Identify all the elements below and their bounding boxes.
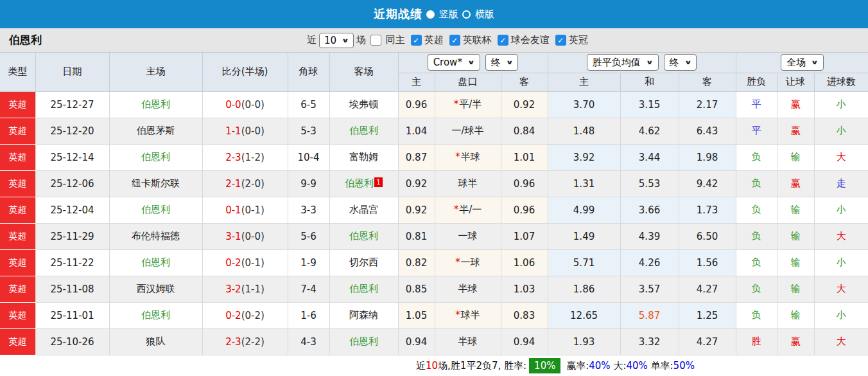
handicap-name: 半球 <box>458 283 478 294</box>
handicap-name: 平/半 <box>459 98 482 110</box>
avg-odds-select[interactable]: 胜平负均值 ∨ <box>587 54 659 71</box>
away-team-cell: 切尔西 <box>329 249 398 276</box>
scope-select[interactable]: 全场 ∨ <box>781 54 824 71</box>
layout-option-horizontal[interactable]: 横版 <box>462 8 494 21</box>
team-name: 伯恩利 <box>9 33 42 48</box>
league-checkbox-efl-cup[interactable]: ✓ <box>449 35 460 46</box>
avg-dropdown-cell: 胜平负均值 ∨ 终 ∨ <box>548 53 736 73</box>
home-team-cell: 狼队 <box>109 328 202 355</box>
col-header-home: 主场 <box>109 53 202 91</box>
league-type-cell: 英超 <box>0 170 35 197</box>
goals-result-cell: 小 <box>814 302 868 328</box>
handicap-name: 一球 <box>458 230 478 242</box>
home-team-cell: 伯恩茅斯 <box>109 118 202 144</box>
away-team-name: 水晶宫 <box>349 204 378 215</box>
fulltime-score: 3-1 <box>225 231 241 242</box>
league-type-cell: 英超 <box>0 118 35 144</box>
result-cell: 负 <box>736 197 777 223</box>
goals-result-cell: 大 <box>814 328 868 355</box>
goals-result-cell: 小 <box>814 118 868 144</box>
score-cell: 2-3(1-2) <box>202 144 288 170</box>
avg-time-select-value: 终 <box>670 57 679 69</box>
subcol-avg-home: 主 <box>548 73 620 91</box>
layout-option-vertical[interactable]: 竖版 <box>426 8 458 21</box>
away-odds-cell: 0.94 <box>501 328 548 355</box>
bookmaker-select[interactable]: Crow* ∨ <box>428 54 480 71</box>
odds-time-select[interactable]: 终 ∨ <box>485 54 519 71</box>
table-row: 英超 25-12-27 伯恩利 0-0(0-0) 6-5 埃弗顿 0.96 *平… <box>0 91 868 118</box>
home-team-cell: 纽卡斯尔联 <box>109 170 202 197</box>
same-home-checkbox[interactable] <box>370 35 381 46</box>
away-team-cell: 阿森纳 <box>329 302 398 328</box>
away-team-name: 伯恩利 <box>349 125 378 136</box>
home-team-name: 狼队 <box>146 336 166 347</box>
home-team-name: 伯恩利 <box>141 256 170 268</box>
over-rate-value: 40% <box>626 360 647 372</box>
page-title: 近期战绩 <box>374 6 422 22</box>
home-team-cell: 伯恩利 <box>109 197 202 223</box>
chevron-down-icon: ∨ <box>506 59 514 66</box>
away-team-name: 伯恩利 <box>345 177 374 189</box>
corners-cell: 6-5 <box>288 91 329 118</box>
league-label-efl-cup: 英联杯 <box>463 34 492 46</box>
handicap-result-cell: 输 <box>777 302 814 328</box>
match-date-cell: 25-12-04 <box>35 197 109 223</box>
summary-bar: 近10场,胜1平2负7, 胜率:10% 赢率:40% 大:40% 单率:50% <box>0 355 868 376</box>
away-odds-cell: 1.06 <box>501 249 548 276</box>
away-team-name: 切尔西 <box>349 256 378 268</box>
home-team-name: 西汉姆联 <box>137 283 175 294</box>
star-marker: * <box>455 256 460 268</box>
home-odds-cell: 0.96 <box>398 91 435 118</box>
subcol-odds-away: 客 <box>501 73 548 91</box>
avg-away-odds-cell: 1.56 <box>679 249 736 276</box>
summary-near-label: 近 <box>416 360 426 372</box>
summary-match-count: 10 <box>426 360 438 372</box>
league-label-premier: 英超 <box>424 34 444 46</box>
home-team-cell: 伯恩利 <box>109 144 202 170</box>
chevron-down-icon: ∨ <box>467 59 475 66</box>
star-marker: * <box>455 151 460 163</box>
result-cell: 负 <box>736 249 777 276</box>
layout-horizontal-label: 横版 <box>475 8 494 21</box>
radio-selected-icon <box>426 10 435 19</box>
halftime-score: (0-0) <box>241 231 265 242</box>
league-checkbox-championship[interactable]: ✓ <box>555 35 566 46</box>
avg-time-select[interactable]: 终 ∨ <box>664 54 697 71</box>
away-odds-cell: 0.96 <box>501 170 548 197</box>
avg-home-odds-cell: 12.65 <box>548 302 620 328</box>
halftime-score: (1-1) <box>241 283 265 295</box>
chevron-down-icon: ∨ <box>684 59 692 66</box>
col-header-date: 日期 <box>35 53 109 91</box>
league-checkbox-friendly[interactable]: ✓ <box>498 35 508 46</box>
match-count-select[interactable]: 10 ∨ <box>319 33 354 48</box>
league-checkbox-premier[interactable]: ✓ <box>411 35 422 46</box>
home-team-name: 伯恩利 <box>141 204 170 215</box>
fulltime-score: 3-2 <box>225 283 241 295</box>
match-date-cell: 25-12-27 <box>35 91 109 118</box>
handicap-name: 一/球半 <box>451 125 483 136</box>
home-team-cell: 布伦特福德 <box>109 223 202 249</box>
fulltime-score: 0-2 <box>225 257 241 269</box>
avg-away-odds-cell: 6.43 <box>679 118 736 144</box>
handicap-name: 球半 <box>461 309 480 321</box>
avg-home-odds-cell: 5.71 <box>548 249 620 276</box>
table-row: 英超 25-11-01 伯恩利 0-2(0-2) 1-6 阿森纳 1.05 *球… <box>0 302 868 328</box>
away-odds-cell: 0.83 <box>501 302 548 328</box>
corners-cell: 3-3 <box>288 197 329 223</box>
topbar: 近期战绩 竖版 横版 <box>0 0 868 28</box>
avg-draw-odds-cell: 3.32 <box>620 328 679 355</box>
subcol-avg-draw: 和 <box>620 73 679 91</box>
handicap-cell: 半球 <box>435 328 501 355</box>
scope-dropdown-cell: 全场 ∨ <box>736 53 868 73</box>
league-type-cell: 英超 <box>0 276 35 302</box>
goals-result-cell: 走 <box>814 170 868 197</box>
score-cell: 0-0(0-0) <box>202 91 288 118</box>
score-cell: 0-2(0-2) <box>202 302 288 328</box>
away-team-name: 富勒姆 <box>349 151 378 163</box>
handicap-name: 球半 <box>458 177 478 189</box>
home-odds-cell: 0.92 <box>398 170 435 197</box>
handicap-cell: 半球 <box>435 276 501 302</box>
avg-away-odds-cell: 2.17 <box>679 91 736 118</box>
avg-away-odds-cell: 1.25 <box>679 302 736 328</box>
avg-home-odds-cell: 3.70 <box>548 91 620 118</box>
